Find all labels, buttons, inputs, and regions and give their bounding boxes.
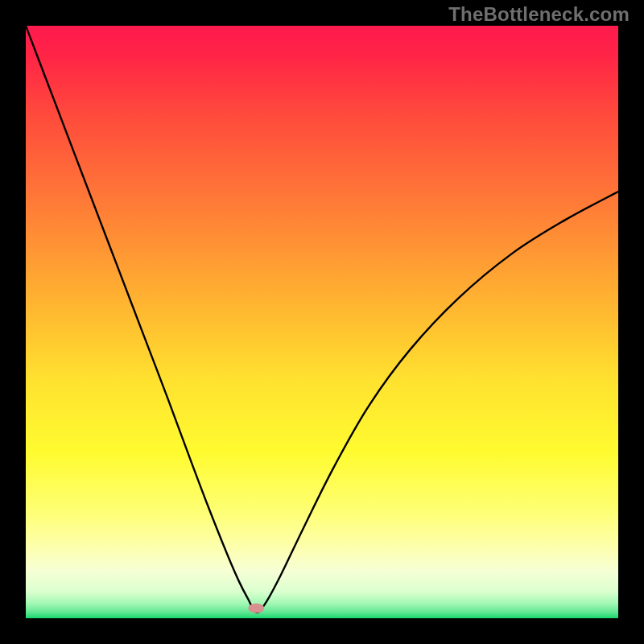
chart-frame: TheBottleneck.com <box>0 0 644 644</box>
gradient-background <box>26 26 618 618</box>
minimum-marker <box>248 603 264 613</box>
bottleneck-plot <box>26 26 618 618</box>
watermark-text: TheBottleneck.com <box>448 3 630 26</box>
